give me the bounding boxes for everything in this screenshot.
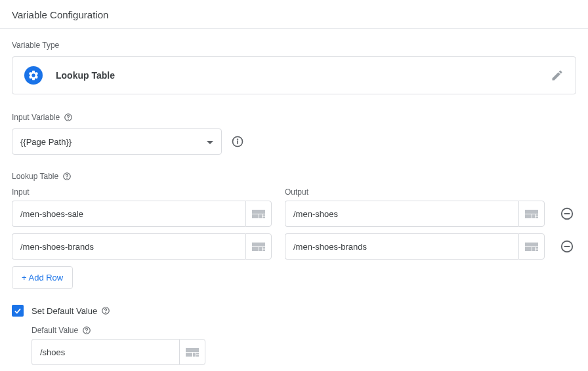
default-value-input[interactable] bbox=[32, 339, 179, 365]
input-variable-value: {{Page Path}} bbox=[20, 137, 72, 147]
svg-rect-13 bbox=[525, 214, 532, 218]
svg-rect-24 bbox=[525, 243, 538, 246]
svg-point-4 bbox=[238, 139, 238, 140]
default-value-checkbox-text: Set Default Value bbox=[32, 306, 97, 316]
input-column-header: Input bbox=[12, 187, 272, 197]
variable-insert-icon[interactable] bbox=[518, 233, 545, 260]
output-field[interactable] bbox=[285, 233, 518, 260]
output-cell bbox=[285, 201, 545, 227]
svg-rect-7 bbox=[252, 210, 265, 214]
svg-rect-8 bbox=[252, 214, 259, 218]
svg-rect-11 bbox=[262, 216, 265, 218]
help-icon[interactable] bbox=[82, 326, 91, 335]
svg-rect-21 bbox=[259, 247, 262, 251]
default-value-input-wrap bbox=[32, 339, 205, 365]
svg-rect-39 bbox=[196, 355, 199, 357]
output-field[interactable] bbox=[285, 201, 518, 227]
output-cell bbox=[285, 233, 545, 260]
svg-point-32 bbox=[106, 313, 106, 313]
svg-point-34 bbox=[87, 332, 87, 333]
lookup-table-label: Lookup Table bbox=[12, 172, 576, 181]
help-icon[interactable] bbox=[101, 306, 110, 315]
chevron-down-icon bbox=[207, 137, 213, 147]
svg-rect-35 bbox=[186, 348, 199, 352]
variable-type-label: Variable Type bbox=[12, 41, 576, 50]
variable-insert-icon[interactable] bbox=[245, 233, 272, 260]
svg-rect-22 bbox=[262, 247, 265, 249]
content-area: Variable Type Lookup Table Input Variabl… bbox=[0, 29, 588, 365]
remove-row-icon[interactable] bbox=[558, 237, 576, 256]
input-field[interactable] bbox=[12, 233, 245, 260]
svg-rect-27 bbox=[536, 247, 538, 249]
default-value-checkbox-label: Set Default Value bbox=[32, 306, 110, 316]
input-variable-select[interactable]: {{Page Path}} bbox=[12, 128, 222, 155]
table-row bbox=[12, 233, 576, 260]
info-icon[interactable] bbox=[231, 135, 244, 148]
svg-point-1 bbox=[68, 119, 69, 120]
svg-rect-14 bbox=[532, 214, 535, 218]
header: Variable Configuration bbox=[0, 0, 588, 29]
output-column-header: Output bbox=[285, 187, 545, 197]
lookup-table-label-text: Lookup Table bbox=[12, 172, 58, 181]
input-cell bbox=[12, 233, 272, 260]
default-value-checkbox-row: Set Default Value bbox=[12, 305, 576, 317]
variable-insert-icon[interactable] bbox=[245, 201, 272, 227]
svg-rect-36 bbox=[186, 353, 192, 357]
default-value-field-label-text: Default Value bbox=[32, 326, 78, 335]
input-variable-row: {{Page Path}} bbox=[12, 128, 576, 155]
svg-rect-28 bbox=[536, 249, 538, 251]
help-icon[interactable] bbox=[64, 113, 73, 122]
svg-rect-26 bbox=[532, 247, 535, 251]
default-value-checkbox[interactable] bbox=[12, 305, 24, 317]
input-field[interactable] bbox=[12, 201, 245, 227]
add-row-button[interactable]: + Add Row bbox=[12, 266, 73, 289]
table-headers: Input Output bbox=[12, 187, 576, 201]
svg-rect-38 bbox=[196, 353, 199, 355]
svg-rect-23 bbox=[262, 249, 265, 251]
svg-rect-19 bbox=[252, 243, 265, 246]
variable-type-label-text: Variable Type bbox=[12, 41, 59, 50]
svg-rect-20 bbox=[252, 247, 259, 251]
edit-icon[interactable] bbox=[551, 69, 564, 82]
svg-rect-9 bbox=[259, 214, 262, 218]
svg-rect-10 bbox=[262, 214, 265, 216]
variable-type-left: Lookup Table bbox=[24, 66, 115, 85]
svg-rect-12 bbox=[525, 210, 538, 214]
add-row-wrap: + Add Row bbox=[12, 266, 576, 289]
svg-rect-15 bbox=[536, 214, 538, 216]
input-variable-label: Input Variable bbox=[12, 113, 576, 122]
remove-row-icon[interactable] bbox=[558, 205, 576, 223]
gear-icon bbox=[24, 66, 43, 85]
variable-insert-icon[interactable] bbox=[179, 339, 205, 365]
svg-rect-37 bbox=[193, 353, 196, 357]
variable-type-card[interactable]: Lookup Table bbox=[12, 56, 576, 94]
variable-insert-icon[interactable] bbox=[518, 201, 545, 227]
svg-point-6 bbox=[67, 178, 68, 179]
input-cell bbox=[12, 201, 272, 227]
svg-rect-16 bbox=[536, 216, 538, 218]
default-value-field-label: Default Value bbox=[32, 326, 576, 335]
lookup-table: Input Output bbox=[12, 187, 576, 289]
table-row bbox=[12, 201, 576, 227]
default-value-section: Set Default Value Default Value bbox=[12, 305, 576, 365]
page-title: Variable Configuration bbox=[12, 9, 576, 20]
default-value-subsection: Default Value bbox=[32, 326, 576, 365]
input-variable-label-text: Input Variable bbox=[12, 113, 60, 122]
svg-rect-25 bbox=[525, 247, 532, 251]
help-icon[interactable] bbox=[62, 172, 72, 181]
variable-type-name: Lookup Table bbox=[56, 70, 115, 81]
